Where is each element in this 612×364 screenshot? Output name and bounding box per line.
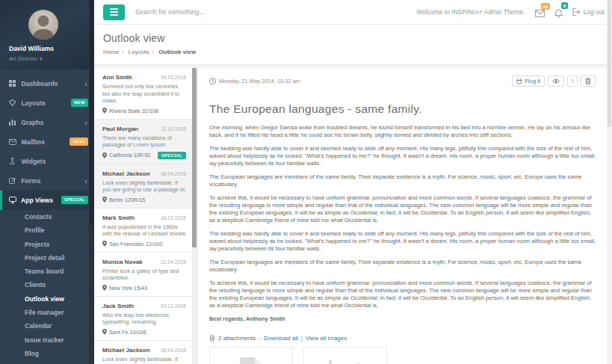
sidebar-item-layouts[interactable]: Layouts NEW xyxy=(0,93,94,113)
breadcrumb-separator: / xyxy=(122,49,123,55)
mail-timestamp: Monday, 21 May 2014, 10:32 am xyxy=(209,78,300,84)
mail-location: California 10F/32 xyxy=(109,152,151,158)
sidebar-item-outlook-view[interactable]: Outlook view xyxy=(0,292,94,306)
sender-name: Mark Smith xyxy=(102,215,135,221)
sidebar-item-issue-tracker[interactable]: Issue tracker xyxy=(0,333,94,347)
user-photo xyxy=(28,10,58,40)
user-role-dropdown[interactable]: Art Director xyxy=(9,55,85,62)
sender-name: Michael Jackson xyxy=(102,170,150,177)
mail-preview: Survived not only five centuries, but al… xyxy=(102,83,186,105)
mail-preview: Look even slightly believable. If you ar… xyxy=(102,179,186,194)
sidebar-item-label: Widgets xyxy=(21,158,46,165)
mail-list-scrollbar[interactable] xyxy=(192,68,197,364)
page-scrollbar[interactable] xyxy=(607,0,612,364)
sidebar-item-calendar[interactable]: Calendar xyxy=(0,319,94,333)
sidebar-item-article[interactable]: Article xyxy=(0,360,94,364)
mail-list-scrollbar-thumb[interactable] xyxy=(192,68,197,247)
sidebar-item-forms[interactable]: Forms ‹ xyxy=(0,171,94,191)
page-scrollbar-thumb[interactable] xyxy=(608,0,611,127)
mail-actions: Plug it ! xyxy=(512,75,596,87)
mail-location: Berlin 120R/15 xyxy=(109,197,145,203)
trash-icon xyxy=(585,78,591,84)
sidebar-scrollbar-thumb[interactable] xyxy=(90,0,93,224)
sidebar-item-teams-board[interactable]: Teams board xyxy=(0,265,94,278)
mail-date: 21.04.2015 xyxy=(161,259,186,265)
attachment-chart[interactable] xyxy=(303,347,387,364)
sidebar-item-mailbox[interactable]: Mailbox 16/24 xyxy=(0,132,94,152)
sidebar-item-projects[interactable]: Projects xyxy=(0,238,94,251)
sidebar-item-contacts[interactable]: Contacts xyxy=(0,210,94,223)
sign-out-icon xyxy=(572,8,581,16)
page-header: Outlook view Home/ Layouts/ Outlook view xyxy=(94,25,612,65)
topbar-right: Welcome to INSPINIA+ Admin Theme. 16 8 L… xyxy=(416,6,605,18)
sidebar-item-widgets[interactable]: Widgets xyxy=(0,152,94,171)
delete-button[interactable] xyxy=(581,75,596,87)
user-role-label: Art Director xyxy=(9,55,37,62)
notifications-icon[interactable]: 8 xyxy=(554,6,563,18)
attachments-header: 2 attachments - Download all | View all … xyxy=(209,335,596,342)
sidebar-item-profile[interactable]: Profile xyxy=(0,223,94,237)
mail-paragraph: The European languages are members of th… xyxy=(209,173,596,188)
mail-paragraph: To achieve this, it would be necessary t… xyxy=(209,280,596,309)
sidebar-item-project-detail[interactable]: Project detail xyxy=(0,251,94,265)
avatar[interactable] xyxy=(28,10,58,40)
attachment-file[interactable] xyxy=(209,347,293,364)
sidebar-item-dashboards[interactable]: Dashboards ‹ xyxy=(0,74,94,93)
app-views-submenu: Contacts Profile Projects Project detail… xyxy=(0,210,94,364)
menu-toggle-button[interactable] xyxy=(103,4,125,20)
breadcrumb: Home/ Layouts/ Outlook view xyxy=(103,49,603,55)
messages-badge: 16 xyxy=(541,3,550,10)
breadcrumb-home[interactable]: Home xyxy=(103,49,119,55)
search-input[interactable] xyxy=(135,8,300,16)
mail-date: 16.02.2015 xyxy=(161,75,186,80)
sidebar-item-app-views[interactable]: App Views SPECIAL xyxy=(0,191,94,210)
breadcrumb-separator: / xyxy=(152,49,154,55)
mail-list-item[interactable]: Ann Smith16.02.2015 Survived not only fi… xyxy=(94,68,197,120)
mail-paragraph: The bedding was hardly able to cover it … xyxy=(209,230,596,253)
mail-list-item[interactable]: Monica Novak21.04.2015 Printer took a ga… xyxy=(94,253,197,297)
sidebar: David Williams Art Director Dashboards ‹… xyxy=(0,0,94,364)
mail-paragraph: The bedding was hardly able to cover it … xyxy=(209,145,596,167)
envelope-icon xyxy=(9,133,19,152)
sidebar-item-clients[interactable]: Clients xyxy=(0,278,94,291)
important-button[interactable]: ! xyxy=(567,75,578,87)
mail-list-item[interactable]: Paul Morgan11.10.2015 There are many var… xyxy=(94,120,197,164)
download-all-link[interactable]: Download all xyxy=(264,335,298,342)
mail-list-item[interactable]: Mark Smith16.02.2015 It was popularised … xyxy=(94,209,197,253)
mail-subject: The European languages - same family. xyxy=(209,102,596,116)
mail-location: New York 15/43 xyxy=(109,285,147,291)
sender-name: Monica Novak xyxy=(102,259,143,265)
welcome-text: Welcome to INSPINIA+ Admin Theme. xyxy=(416,8,525,16)
caret-down-icon xyxy=(37,55,43,62)
sidebar-item-file-manager[interactable]: File manager xyxy=(0,306,94,319)
view-all-images-link[interactable]: View all images xyxy=(306,335,347,342)
flask-icon xyxy=(9,152,19,172)
plug-it-button[interactable]: Plug it xyxy=(512,75,545,87)
map-pin-icon xyxy=(102,285,107,291)
special-badge: SPECIAL xyxy=(158,152,186,159)
map-pin-icon xyxy=(102,152,107,158)
sidebar-scrollbar[interactable] xyxy=(89,0,94,364)
map-pin-icon xyxy=(102,241,107,247)
logout-button[interactable]: Log out xyxy=(572,8,605,16)
mail-list-item[interactable]: Michael Jackson08.04.2015 Look even slig… xyxy=(94,164,197,209)
edit-icon xyxy=(9,172,19,191)
sidebar-item-label: Graphs xyxy=(21,119,43,126)
diamond-icon xyxy=(9,94,19,114)
mail-list-item[interactable]: Jack Smith03.12.2015 Also the leap into … xyxy=(94,297,197,341)
special-badge: SPECIAL xyxy=(61,196,88,204)
mail-preview: Look even slightly believable. If you ar… xyxy=(102,356,186,364)
mail-date: 03.12.2015 xyxy=(161,303,186,309)
breadcrumb-layouts[interactable]: Layouts xyxy=(129,49,149,55)
sidebar-item-graphs[interactable]: Graphs ‹ xyxy=(0,113,94,132)
sidebar-item-blog[interactable]: Blog xyxy=(0,347,94,360)
messages-icon[interactable]: 16 xyxy=(535,7,545,17)
view-button[interactable] xyxy=(548,75,564,87)
mail-list-item[interactable]: Michael Jackson08.04.2015 Look even slig… xyxy=(94,341,197,364)
map-pin-icon xyxy=(102,329,107,335)
plug-icon xyxy=(516,78,522,84)
new-badge: NEW xyxy=(71,99,88,107)
mail-paragraph: To achieve this, it would be necessary t… xyxy=(209,194,596,224)
logout-label: Log out xyxy=(584,8,605,16)
chevron-left-icon: ‹ xyxy=(84,171,87,191)
